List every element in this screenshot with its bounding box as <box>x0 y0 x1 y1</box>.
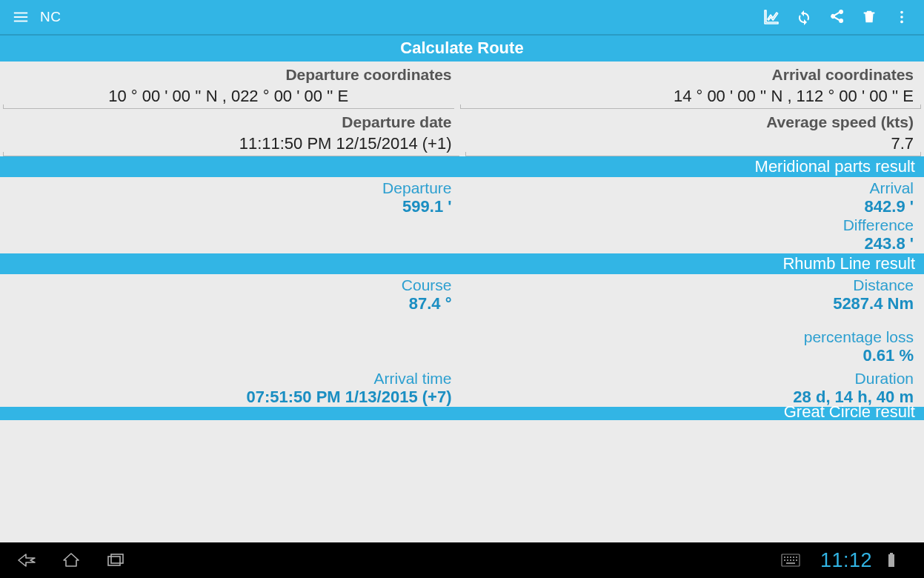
trash-icon[interactable] <box>853 1 885 33</box>
svg-rect-2 <box>14 21 27 22</box>
content-scroll[interactable]: Departure coordinates Arrival coordinate… <box>0 62 924 542</box>
svg-rect-11 <box>790 557 791 558</box>
svg-rect-0 <box>14 13 27 14</box>
svg-rect-20 <box>888 554 894 567</box>
svg-rect-10 <box>787 557 788 558</box>
rhumb-arrivaltime-label: Arrival time <box>373 370 451 387</box>
svg-rect-21 <box>890 553 893 554</box>
recents-icon[interactable] <box>96 545 135 575</box>
statusbar-clock: 11:12 <box>820 549 872 572</box>
meridional-departure-value: 599.1 ' <box>402 197 451 216</box>
rhumb-distance-label: Distance <box>853 276 914 293</box>
meridional-departure-label: Departure <box>382 179 451 196</box>
average-speed-label: Average speed (kts) <box>766 113 914 130</box>
arrival-coordinates-field[interactable]: 14 ° 00 ' 00 '' N , 112 ° 00 ' 00 '' E <box>674 87 914 105</box>
battery-icon <box>872 545 911 575</box>
share-icon[interactable] <box>820 1 853 33</box>
refresh-icon[interactable] <box>788 1 820 33</box>
keyboard-icon[interactable] <box>771 545 810 575</box>
rhumb-distance-value: 5287.4 Nm <box>833 294 914 313</box>
svg-rect-1 <box>14 16 27 18</box>
svg-point-3 <box>900 11 903 14</box>
svg-rect-12 <box>793 557 794 558</box>
departure-date-label: Departure date <box>342 113 451 130</box>
overflow-menu-icon[interactable] <box>885 1 918 33</box>
meridional-arrival-label: Arrival <box>869 179 914 196</box>
svg-rect-16 <box>790 559 791 561</box>
svg-point-5 <box>900 21 903 24</box>
arrival-coordinates-label: Arrival coordinates <box>772 66 914 83</box>
rhumb-course-value: 87.4 ° <box>409 294 452 313</box>
rhumb-arrivaltime-value: 07:51:50 PM 1/13/2015 (+7) <box>246 388 451 406</box>
page-title: Calculate Route <box>0 36 924 62</box>
chart-icon[interactable] <box>755 1 788 33</box>
action-bar: NC <box>0 0 924 36</box>
average-speed-field[interactable]: 7.7 <box>891 134 914 153</box>
menu-icon[interactable] <box>9 5 33 29</box>
svg-rect-14 <box>784 559 785 561</box>
svg-rect-6 <box>108 557 120 565</box>
rhumb-band: Rhumb Line result <box>0 253 924 274</box>
svg-rect-7 <box>111 554 123 563</box>
svg-rect-13 <box>796 557 797 558</box>
system-nav-bar: 11:12 <box>0 542 924 578</box>
great-circle-band: Great Circle result <box>0 407 924 420</box>
svg-rect-17 <box>793 559 794 561</box>
meridional-band: Meridional parts result <box>0 156 924 177</box>
svg-point-4 <box>900 16 903 19</box>
departure-date-field[interactable]: 11:11:50 PM 12/15/2014 (+1) <box>239 134 452 153</box>
svg-rect-15 <box>787 559 788 561</box>
back-icon[interactable] <box>7 545 46 575</box>
app-title: NC <box>40 9 61 25</box>
rhumb-duration-label: Duration <box>855 370 914 387</box>
meridional-arrival-value: 842.9 ' <box>865 197 914 216</box>
svg-rect-18 <box>796 559 797 561</box>
departure-coordinates-label: Departure coordinates <box>285 66 451 83</box>
rhumb-pctloss-value: 0.61 % <box>863 346 914 365</box>
svg-rect-9 <box>784 557 785 558</box>
departure-coordinates-field[interactable]: 10 ° 00 ' 00 '' N , 022 ° 00 ' 00 '' E <box>108 87 348 105</box>
home-icon[interactable] <box>52 545 90 575</box>
svg-rect-19 <box>786 562 795 564</box>
meridional-difference-value: 243.8 ' <box>865 234 914 253</box>
rhumb-pctloss-label: percentage loss <box>804 328 914 345</box>
rhumb-course-label: Course <box>402 276 452 293</box>
meridional-difference-label: Difference <box>843 216 914 233</box>
